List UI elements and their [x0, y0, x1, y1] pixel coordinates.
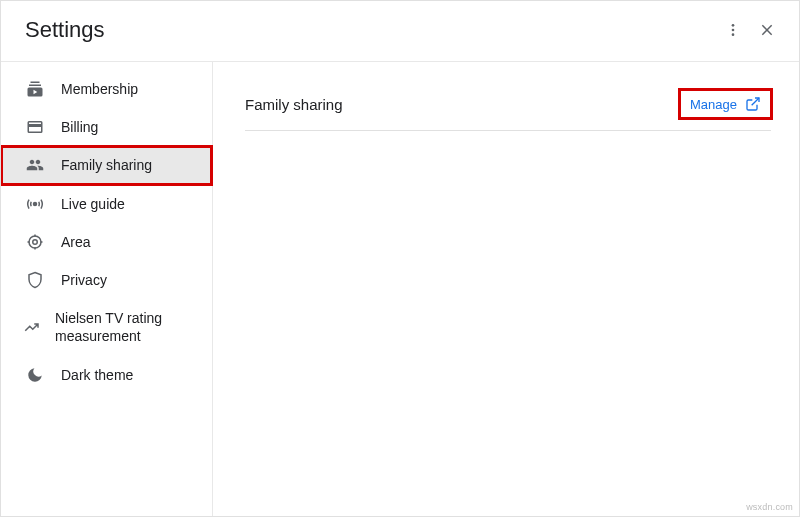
close-button[interactable] — [759, 22, 775, 38]
open-external-icon — [745, 96, 761, 112]
main-panel: Family sharing Manage — [213, 62, 799, 517]
signal-icon — [23, 195, 47, 213]
svg-point-4 — [33, 240, 38, 245]
content-container: MembershipBillingFamily sharingLive guid… — [1, 62, 799, 517]
family-sharing-section: Family sharing Manage — [245, 90, 771, 131]
location-icon — [23, 233, 47, 251]
sidebar-item-family-sharing[interactable]: Family sharing — [1, 146, 212, 184]
svg-point-5 — [29, 236, 41, 248]
section-title: Family sharing — [245, 96, 343, 113]
more-options-button[interactable] — [725, 22, 741, 38]
sidebar-item-label: Membership — [61, 80, 138, 98]
watermark: wsxdn.com — [746, 502, 793, 512]
sidebar-item-dark-theme[interactable]: Dark theme — [1, 356, 212, 394]
svg-point-3 — [34, 202, 37, 205]
sidebar-item-label: Dark theme — [61, 366, 133, 384]
sidebar-item-label: Area — [61, 233, 91, 251]
subscription-icon — [23, 80, 47, 98]
moon-icon — [23, 366, 47, 384]
sidebar-item-label: Nielsen TV rating measurement — [55, 309, 196, 345]
svg-point-0 — [732, 24, 735, 27]
more-vert-icon — [725, 22, 741, 38]
settings-header: Settings — [1, 1, 799, 62]
sidebar-item-label: Family sharing — [61, 156, 152, 174]
sidebar-item-live-guide[interactable]: Live guide — [1, 185, 212, 223]
svg-point-1 — [732, 29, 735, 32]
sidebar-item-label: Privacy — [61, 271, 107, 289]
card-icon — [23, 118, 47, 136]
header-actions — [725, 22, 775, 38]
sidebar-item-billing[interactable]: Billing — [1, 108, 212, 146]
group-icon — [23, 156, 47, 174]
manage-link-label: Manage — [690, 97, 737, 112]
sidebar-item-area[interactable]: Area — [1, 223, 212, 261]
shield-icon — [23, 271, 47, 289]
trending-icon — [23, 318, 41, 336]
manage-link[interactable]: Manage — [680, 90, 771, 118]
settings-sidebar: MembershipBillingFamily sharingLive guid… — [1, 62, 213, 517]
svg-point-2 — [732, 33, 735, 36]
page-title: Settings — [25, 17, 105, 43]
sidebar-item-privacy[interactable]: Privacy — [1, 261, 212, 299]
svg-line-6 — [752, 98, 759, 105]
sidebar-item-nielsen[interactable]: Nielsen TV rating measurement — [1, 299, 212, 355]
sidebar-item-label: Billing — [61, 118, 98, 136]
close-icon — [759, 22, 775, 38]
sidebar-item-membership[interactable]: Membership — [1, 70, 212, 108]
sidebar-item-label: Live guide — [61, 195, 125, 213]
